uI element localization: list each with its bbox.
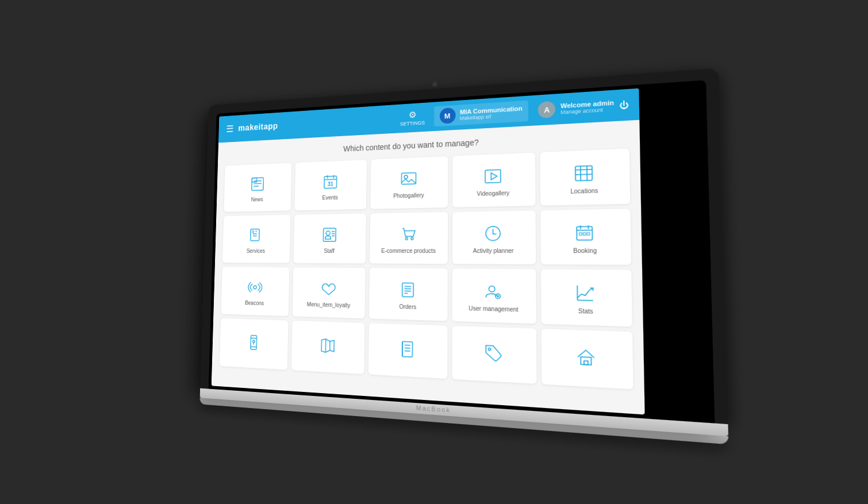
content-grid: News 31: [220, 148, 633, 389]
grid-item-videogallery[interactable]: Videogallery: [452, 152, 536, 207]
svg-marker-13: [491, 172, 497, 179]
events-label: Events: [322, 194, 339, 200]
grid-item-orders[interactable]: Orders: [369, 268, 447, 321]
services-label: Services: [247, 248, 265, 253]
loyalty-icon: [320, 279, 337, 297]
videogallery-label: Videogallery: [477, 189, 509, 197]
svg-point-57: [252, 340, 254, 343]
usermgmt-label: User management: [468, 305, 518, 313]
svg-rect-19: [250, 229, 259, 240]
grid-item-photogallery[interactable]: Photogallery: [371, 156, 448, 209]
grid-item-news[interactable]: News: [224, 163, 291, 211]
services-icon: [248, 226, 264, 244]
svg-line-6: [324, 179, 336, 179]
svg-rect-41: [587, 232, 590, 234]
brand-logo: makeitapp: [238, 121, 278, 133]
home-icon: [575, 347, 597, 368]
locations-label: Locations: [570, 187, 598, 194]
svg-rect-12: [485, 169, 501, 182]
svg-point-27: [326, 230, 330, 235]
locations-icon: [574, 163, 594, 183]
activity-label: Activity planner: [473, 247, 514, 253]
stats-label: Stats: [578, 307, 593, 314]
grid-item-usermgmt[interactable]: User management: [452, 268, 536, 324]
stats-icon: [575, 282, 596, 302]
book-icon: [398, 339, 417, 359]
svg-rect-69: [584, 360, 588, 364]
settings-icon: ⚙: [409, 109, 417, 120]
svg-point-67: [489, 348, 491, 350]
orders-icon: [399, 280, 417, 298]
beacons-label: Beacons: [245, 299, 264, 306]
company-avatar: M: [439, 107, 455, 124]
svg-rect-62: [402, 341, 413, 357]
orders-label: Orders: [399, 303, 416, 310]
staff-label: Staff: [324, 247, 335, 253]
svg-line-15: [575, 169, 592, 170]
events-icon: 31: [322, 172, 339, 190]
user-avatar: A: [538, 101, 555, 118]
photogallery-icon: [400, 170, 418, 188]
news-icon: [249, 175, 265, 192]
grid-item-beacons[interactable]: Beacons: [221, 267, 289, 316]
svg-rect-43: [402, 282, 414, 296]
booking-icon: [574, 222, 595, 242]
svg-rect-39: [579, 232, 582, 234]
laptop-wrapper: ☰ makeitapp ⚙ SETTINGS M MI: [175, 86, 693, 419]
grid-item-map[interactable]: [291, 320, 365, 374]
svg-line-18: [576, 174, 593, 174]
user-text: Welcome admin Manage account: [560, 99, 614, 115]
svg-point-11: [404, 175, 408, 178]
svg-point-48: [489, 286, 495, 292]
grid-item-home[interactable]: [541, 329, 633, 389]
grid-item-activity[interactable]: Activity planner: [452, 210, 535, 264]
ecommerce-label: E-commerce products: [381, 247, 436, 253]
booking-label: Booking: [573, 247, 597, 253]
screen-bezel: ☰ makeitapp ⚙ SETTINGS M MI: [209, 80, 715, 423]
phone-icon: [245, 333, 262, 351]
beacons-icon: [247, 278, 263, 295]
svg-text:31: 31: [328, 180, 334, 187]
grid-item-book[interactable]: [368, 323, 447, 379]
svg-point-42: [254, 285, 256, 288]
svg-marker-59: [321, 338, 334, 352]
activity-icon: [483, 224, 502, 243]
grid-item-stats[interactable]: Stats: [541, 269, 632, 326]
grid-item-loyalty[interactable]: Menu_item_loyalty: [293, 267, 366, 318]
svg-rect-40: [583, 232, 586, 234]
grid-item-ecommerce[interactable]: E-commerce products: [370, 211, 448, 263]
photogallery-label: Photogallery: [393, 191, 424, 198]
settings-label: SETTINGS: [400, 120, 425, 126]
svg-rect-14: [575, 165, 592, 180]
svg-point-32: [405, 237, 408, 239]
grid-item-tag[interactable]: [452, 325, 536, 383]
grid-item-staff[interactable]: Staff: [294, 213, 366, 263]
hamburger-icon[interactable]: ☰: [226, 123, 233, 134]
laptop-container: ☰ makeitapp ⚙ SETTINGS M MI: [199, 68, 728, 444]
screen: ☰ makeitapp ⚙ SETTINGS M MI: [212, 88, 645, 414]
content-area: Which content do you want to manage?: [212, 120, 645, 414]
svg-point-33: [411, 237, 413, 239]
staff-icon: [321, 225, 338, 243]
loyalty-label: Menu_item_loyalty: [307, 301, 351, 307]
ecommerce-icon: [400, 225, 417, 243]
power-icon[interactable]: ⏻: [619, 99, 628, 110]
grid-item-services[interactable]: Services: [222, 214, 291, 263]
user-info: A Welcome admin Manage account ⏻: [538, 96, 628, 118]
grid-item-events[interactable]: 31 Events: [295, 159, 367, 210]
map-icon: [319, 336, 336, 355]
settings-button[interactable]: ⚙ SETTINGS: [400, 109, 425, 126]
tag-icon: [483, 343, 503, 363]
svg-point-23: [252, 230, 254, 232]
usermgmt-icon: [483, 281, 503, 301]
videogallery-icon: [483, 166, 502, 185]
grid-item-locations[interactable]: Locations: [540, 148, 630, 205]
company-text: MIA Communication Makeitapp srl: [460, 105, 523, 121]
svg-line-52: [578, 299, 593, 300]
webcam: [433, 82, 437, 86]
grid-item-booking[interactable]: Booking: [540, 209, 631, 265]
company-info[interactable]: M MIA Communication Makeitapp srl: [434, 100, 529, 126]
laptop-frame: ☰ makeitapp ⚙ SETTINGS M MI: [200, 68, 728, 424]
news-label: News: [251, 196, 263, 202]
grid-item-phone[interactable]: [220, 318, 289, 370]
